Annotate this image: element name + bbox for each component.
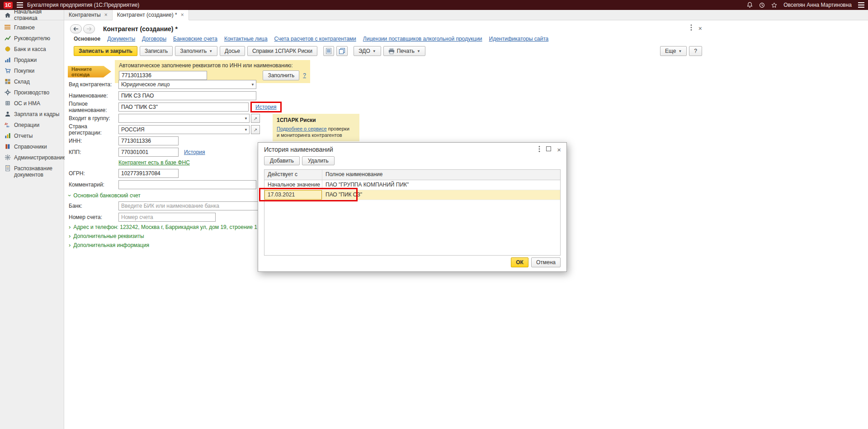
chevron-down-icon[interactable]: ▼	[242, 117, 248, 121]
dossier-button[interactable]: Досье	[220, 46, 245, 56]
tab-scheta-raschetov[interactable]: Счета расчетов с контрагентами	[274, 36, 356, 42]
chevron-down-icon[interactable]: ▼	[242, 128, 248, 132]
ogrn-input[interactable]	[118, 169, 179, 178]
tab-dogovory[interactable]: Договоры	[142, 36, 166, 42]
full-name-history-link[interactable]: История	[255, 104, 277, 110]
chevron-down-icon: ▼	[373, 49, 376, 53]
chevron-down-icon: ▼	[678, 49, 682, 53]
sidebar-item-raspoznavanie-dokumentov[interactable]: Распознавание документов	[0, 163, 64, 180]
form-nav-tabs: Основное Документы Договоры Банковские с…	[74, 36, 548, 42]
sidebar-item-administrirovanie[interactable]: Администрирование	[0, 152, 64, 163]
save-close-button[interactable]: Записать и закрыть	[74, 46, 137, 56]
sidebar-item-glavnoe[interactable]: Главное	[0, 22, 64, 33]
notifications-bell-icon[interactable]	[747, 2, 753, 8]
history-table: Действует с Полное наименование Начально…	[264, 169, 561, 256]
close-tab-icon[interactable]: ×	[104, 12, 108, 18]
column-header-full-name[interactable]: Полное наименование	[322, 170, 560, 180]
bank-combobox[interactable]: Введите БИК или наименование банка ▼	[118, 201, 274, 210]
sidebar-item-pokupki[interactable]: Покупки	[0, 65, 64, 76]
hint-help-link[interactable]: ?	[303, 72, 306, 79]
form-window: Контрагент (создание) * × Основное Докум…	[65, 20, 707, 429]
dialog-maximize-icon[interactable]	[546, 146, 551, 153]
close-tab-icon[interactable]: ×	[181, 12, 184, 18]
sidebar-item-os-i-nma[interactable]: ОС и НМА	[0, 98, 64, 109]
spark-reference-button[interactable]: Справки 1СПАРК Риски	[247, 46, 317, 56]
back-button[interactable]	[70, 24, 82, 33]
cancel-button[interactable]: Отмена	[531, 257, 561, 267]
table-row-selected[interactable]: 17.03.2021 ПАО "ПИК СЗ"	[264, 190, 560, 200]
country-open-button[interactable]: ↗	[251, 125, 260, 134]
table-row[interactable]: Начальное значение ПАО "ГРУППА КОМПАНИЙ …	[264, 180, 560, 190]
more-dropdown-button[interactable]: Еще▼	[660, 46, 687, 56]
kind-combobox[interactable]: Юридическое лицо ▼	[118, 80, 256, 89]
group-combobox[interactable]: ▼	[118, 114, 250, 123]
copy-icon-button[interactable]	[336, 46, 348, 56]
country-combobox[interactable]: РОССИЯ ▼	[118, 125, 250, 134]
service-menu-icon[interactable]	[858, 2, 864, 8]
fixed-assets-icon	[5, 100, 11, 106]
edo-dropdown-button[interactable]: ЭДО▼	[354, 46, 381, 56]
svg-text:Дт: Дт	[5, 122, 8, 125]
ogrn-label: ОГРН:	[69, 170, 118, 177]
account-number-input[interactable]	[118, 213, 216, 222]
inn-label: ИНН:	[69, 138, 118, 144]
ok-button[interactable]: ОК	[511, 257, 528, 267]
dialog-close-icon[interactable]: ×	[557, 146, 561, 154]
kpp-history-link[interactable]: История	[184, 149, 205, 155]
tab-osnovnoe[interactable]: Основное	[74, 36, 100, 42]
tab-identifikatory-sajta[interactable]: Идентификаторы сайта	[489, 36, 549, 42]
group-open-button[interactable]: ↗	[251, 114, 260, 123]
chevron-right-icon: ›	[69, 243, 71, 247]
sidebar-item-spravochniki[interactable]: Справочники	[0, 141, 64, 152]
bank-label: Банк:	[69, 203, 118, 209]
structure-report-icon-button[interactable]	[323, 46, 334, 56]
full-name-input[interactable]	[118, 103, 249, 112]
tab-kontragent-create[interactable]: Контрагент (создание) * ×	[113, 10, 189, 20]
fill-dropdown-button[interactable]: Заполнить▼	[175, 46, 217, 56]
add-row-button[interactable]: Добавить	[264, 156, 300, 165]
forward-button[interactable]	[83, 24, 95, 33]
tab-kontragenty[interactable]: Контрагенты ×	[64, 10, 113, 20]
logo-text: 1С	[5, 2, 11, 8]
tab-bankovskie-scheta[interactable]: Банковские счета	[173, 36, 217, 42]
form-more-icon[interactable]	[690, 24, 692, 32]
sidebar-item-proizvodstvo[interactable]: Производство	[0, 87, 64, 98]
form-close-icon[interactable]: ×	[698, 25, 702, 32]
inn-search-input[interactable]	[119, 71, 207, 80]
page-title: Контрагент (создание) *	[103, 25, 178, 33]
name-input[interactable]	[118, 91, 256, 100]
kind-label: Вид контрагента:	[69, 81, 118, 88]
main-menu-icon[interactable]	[17, 2, 23, 8]
help-button[interactable]: ?	[689, 46, 702, 56]
sidebar-item-rukovoditelyu[interactable]: Руководителю	[0, 33, 64, 44]
inn-input[interactable]	[118, 136, 179, 145]
save-button[interactable]: Записать	[140, 46, 173, 56]
print-dropdown-button[interactable]: Печать▼	[383, 46, 425, 56]
auto-fill-button[interactable]: Заполнить	[263, 70, 299, 80]
chart-line-icon	[5, 35, 11, 41]
user-name[interactable]: Овсепян Анна Мартиновна	[783, 2, 852, 8]
fns-check-link[interactable]: Контрагент есть в базе ФНС	[118, 159, 190, 166]
tab-kontaktnye-lica[interactable]: Контактные лица	[224, 36, 268, 42]
tab-licenzii-postavshchikov[interactable]: Лицензии поставщиков алкогольной продукц…	[363, 36, 482, 42]
sidebar-item-bank-i-kassa[interactable]: Банк и касса	[0, 44, 64, 55]
sidebar-item-prodazhi[interactable]: Продажи	[0, 55, 64, 65]
spark-more-link[interactable]: Подробнее о сервисе	[277, 126, 327, 131]
delete-row-button[interactable]: Удалить	[302, 156, 335, 165]
history-icon[interactable]	[759, 2, 765, 8]
home-tab[interactable]: Начальная страница	[0, 10, 64, 20]
dialog-more-icon[interactable]	[538, 146, 540, 154]
chevron-down-icon[interactable]: ▼	[249, 83, 255, 87]
kpp-label: КПП:	[69, 149, 118, 155]
sidebar-item-zarplata-i-kadry[interactable]: Зарплата и кадры	[0, 109, 64, 120]
sidebar-item-sklad[interactable]: Склад	[0, 76, 64, 87]
column-header-date[interactable]: Действует с	[264, 170, 322, 180]
kpp-input[interactable]	[118, 148, 179, 157]
chevron-down-icon: ▼	[417, 49, 420, 53]
favorites-star-icon[interactable]	[771, 2, 777, 8]
svg-text:Кт: Кт	[6, 125, 9, 128]
comment-input[interactable]	[118, 180, 256, 189]
sidebar-item-otchety[interactable]: Отчеты	[0, 131, 64, 141]
sidebar-item-operacii[interactable]: ДтКт Операции	[0, 120, 64, 131]
tab-dokumenty[interactable]: Документы	[107, 36, 135, 42]
